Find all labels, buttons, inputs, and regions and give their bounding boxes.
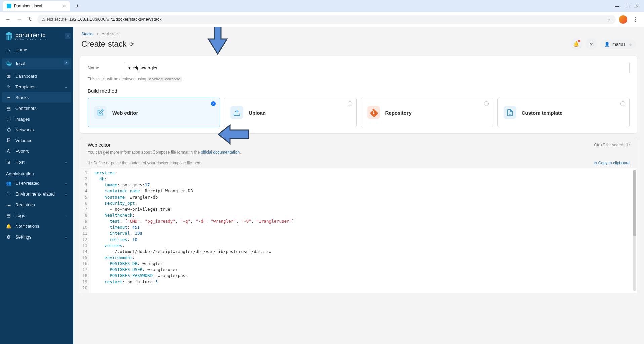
info-icon: ⓘ xyxy=(88,160,92,166)
code-body[interactable]: services: db: image: postgres:17 contain… xyxy=(91,168,637,293)
chevron-down-icon: ⌄ xyxy=(628,42,632,47)
sidebar: portainer.io COMMUNITY EDITION « ⌂ Home … xyxy=(0,27,73,344)
method-card-web-editor[interactable]: Web editor xyxy=(88,98,220,127)
stack-name-input[interactable] xyxy=(124,62,630,73)
method-label: Upload xyxy=(249,110,266,116)
sidebar-item-user-related[interactable]: 👥User-related⌄ xyxy=(0,178,73,188)
security-badge[interactable]: ⚠ Not secure xyxy=(42,17,67,22)
brand-name: portainer.io xyxy=(15,32,47,39)
refresh-icon[interactable]: ⟳ xyxy=(129,41,134,47)
env-name: local xyxy=(16,61,25,66)
method-radio xyxy=(348,101,352,106)
main-content: Stacks > Add stack Create stack ⟳ 🔔 ? 👤 xyxy=(73,27,644,344)
nav-icon: ⏱ xyxy=(6,148,11,154)
breadcrumb-parent[interactable]: Stacks xyxy=(81,32,93,36)
editor-hint: ⓘ Define or paste the content of your do… xyxy=(88,160,202,166)
editor-description: You can get more information about Compo… xyxy=(80,150,637,158)
user-icon: 👤 xyxy=(604,42,610,47)
docs-link[interactable]: official documentation xyxy=(201,150,240,155)
nav-icon: ≣ xyxy=(6,95,11,100)
deploy-note: This stack will be deployed using docker… xyxy=(88,77,630,81)
nav-icon: ▤ xyxy=(6,105,11,111)
admin-section-label: Administration xyxy=(0,167,73,178)
chevron-down-icon: ⌄ xyxy=(65,160,67,164)
sidebar-item-logs[interactable]: ▤Logs⌄ xyxy=(0,210,73,221)
browser-menu-icon[interactable]: ⋮ xyxy=(631,16,640,23)
page-title: Create stack ⟳ xyxy=(81,39,134,49)
nav-back-icon[interactable]: ← xyxy=(4,16,12,23)
brand-logo[interactable]: portainer.io COMMUNITY EDITION xyxy=(0,27,73,44)
copy-icon: ⧉ xyxy=(594,161,597,165)
home-icon: ⌂ xyxy=(6,47,11,52)
sidebar-collapse-button[interactable]: « xyxy=(65,33,71,39)
window-minimize-icon[interactable]: — xyxy=(615,4,619,9)
chevron-down-icon: ⌄ xyxy=(65,85,67,89)
editor-title: Web editor xyxy=(88,142,110,148)
sidebar-item-host[interactable]: 🖥Host⌄ xyxy=(0,157,73,167)
docker-whale-icon xyxy=(6,61,13,66)
tab-close-icon[interactable]: × xyxy=(63,3,66,9)
sidebar-item-networks[interactable]: ⬡Networks xyxy=(0,124,73,135)
sidebar-item-events[interactable]: ⏱Events xyxy=(0,146,73,157)
window-maximize-icon[interactable]: ▢ xyxy=(626,4,630,9)
window-close-icon[interactable]: ✕ xyxy=(636,4,639,9)
nav-icon: ▤ xyxy=(6,213,11,218)
chevron-down-icon: ⌄ xyxy=(65,181,67,185)
browser-tab[interactable]: Portainer | local × xyxy=(3,1,70,11)
method-label: Web editor xyxy=(112,110,138,116)
profile-avatar[interactable] xyxy=(619,15,627,24)
nav-reload-icon[interactable]: ↻ xyxy=(27,15,34,23)
code-editor[interactable]: 1234567891011121314151617181920 services… xyxy=(80,168,637,293)
sidebar-item-containers[interactable]: ▤Containers xyxy=(0,103,73,114)
method-card-repository[interactable]: Repository xyxy=(361,98,493,127)
new-tab-button[interactable]: + xyxy=(73,2,82,10)
sidebar-item-settings[interactable]: ⚙Settings⌄ xyxy=(0,231,73,242)
sidebar-item-environment-related[interactable]: ⬚Environment-related⌄ xyxy=(0,188,73,199)
env-close-icon[interactable]: × xyxy=(64,60,69,65)
tab-title: Portainer | local xyxy=(14,4,42,8)
method-radio xyxy=(211,101,216,106)
edit-icon xyxy=(94,106,107,119)
url-bar[interactable]: ⚠ Not secure 192.168.1.18:9000/#!/2/dock… xyxy=(37,15,616,24)
svg-rect-3 xyxy=(11,35,12,38)
help-icon: ? xyxy=(590,41,593,47)
nav-icon: ▢ xyxy=(6,116,11,122)
sidebar-item-registries[interactable]: ☁Registries xyxy=(0,199,73,210)
notification-dot xyxy=(578,40,580,42)
git-icon xyxy=(367,106,380,119)
sidebar-item-volumes[interactable]: 🗄Volumes xyxy=(0,135,73,146)
nav-icon: 🖥 xyxy=(6,159,11,165)
chevron-down-icon: ⌄ xyxy=(65,192,67,196)
template-icon xyxy=(504,106,516,119)
svg-rect-5 xyxy=(8,63,9,64)
method-card-custom-template[interactable]: Custom template xyxy=(497,98,630,127)
user-menu[interactable]: 👤 marius ⌄ xyxy=(600,40,636,49)
nav-forward-icon: → xyxy=(15,16,24,23)
help-button[interactable]: ? xyxy=(586,38,597,50)
sidebar-item-images[interactable]: ▢Images xyxy=(0,114,73,124)
help-icon[interactable]: ⓘ xyxy=(626,142,630,148)
copy-to-clipboard-button[interactable]: ⧉ Copy to clipboard xyxy=(594,161,630,165)
bookmark-star-icon[interactable]: ☆ xyxy=(607,17,611,22)
tab-favicon xyxy=(7,4,11,8)
svg-rect-1 xyxy=(8,35,9,40)
svg-rect-0 xyxy=(7,35,8,40)
sidebar-item-stacks[interactable]: ≣Stacks xyxy=(2,92,71,103)
editor-scrollbar[interactable] xyxy=(633,170,636,291)
sidebar-item-dashboard[interactable]: ▦Dashboard xyxy=(0,71,73,81)
notifications-button[interactable]: 🔔 xyxy=(571,38,582,50)
editor-search-hint: Ctrl+F for search ⓘ xyxy=(594,142,630,148)
nav-icon: ✎ xyxy=(6,84,11,89)
method-radio xyxy=(484,101,489,106)
sidebar-item-home[interactable]: ⌂ Home xyxy=(0,44,73,55)
nav-icon: ▦ xyxy=(6,73,11,79)
line-numbers: 1234567891011121314151617181920 xyxy=(80,168,91,293)
nav-icon: 🗄 xyxy=(6,138,11,143)
sidebar-item-templates[interactable]: ✎Templates⌄ xyxy=(0,81,73,92)
sidebar-item-notifications[interactable]: 🔔Notifications xyxy=(0,221,73,231)
breadcrumb: Stacks > Add stack xyxy=(81,32,636,36)
nav-icon: 🔔 xyxy=(6,223,11,229)
method-card-upload[interactable]: Upload xyxy=(224,98,356,127)
svg-rect-6 xyxy=(9,63,10,64)
environment-badge[interactable]: local × xyxy=(2,58,71,69)
